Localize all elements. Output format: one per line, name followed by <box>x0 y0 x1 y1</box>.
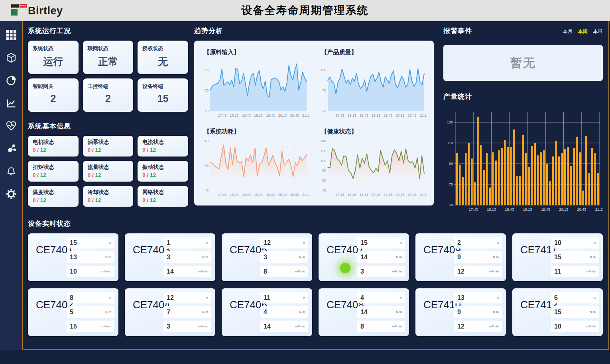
gear-icon[interactable] <box>6 188 17 200</box>
equipment-grid: CE740115A13N·m10m³/minCE74031A3N·m14m³/m… <box>28 233 603 336</box>
total-count: 12 <box>95 197 101 203</box>
metric-value: 10 <box>70 268 77 275</box>
equipment-card-ce7402[interactable]: CE74028A5N·m15m³/min <box>28 288 118 336</box>
equipment-card-ce7404[interactable]: CE740412A7N·m3m³/min <box>125 288 215 336</box>
equipment-card-ce7411[interactable]: CE741110A15N·m11m³/min <box>512 233 603 281</box>
svg-text:140: 140 <box>203 139 209 143</box>
trend-panel: 趋势分析 【原料输入】17:4318:1318:4319:1319:4320:1… <box>194 26 434 205</box>
svg-text:110: 110 <box>447 141 453 145</box>
footer-bar <box>0 350 610 364</box>
svg-text:130: 130 <box>447 120 453 124</box>
svg-text:20:43: 20:43 <box>290 193 299 197</box>
pie-chart-icon[interactable] <box>6 75 17 86</box>
app-header: Birtley 设备全寿命周期管理系统 <box>0 0 610 21</box>
metric-value: 13 <box>70 254 77 261</box>
svg-text:19:43: 19:43 <box>266 114 275 117</box>
metric-value: 12 <box>457 268 464 275</box>
bell-icon[interactable] <box>6 166 17 177</box>
equipment-metric-row: 3N·m <box>260 251 308 263</box>
equipment-card-ce7408[interactable]: CE74084A14N·m8m³/min <box>319 288 409 336</box>
equipment-metrics: 13A9N·m12m³/min <box>454 292 502 332</box>
alarm-production-panel: 报警事件 本月本周本日 暂无 产量统计 17:4318:1318:4319:13… <box>443 26 603 213</box>
svg-text:19:43: 19:43 <box>384 114 392 117</box>
metric-value: 4 <box>360 294 364 301</box>
metric-unit: N·m <box>299 310 305 314</box>
equipment-metric-row: 5N·m <box>67 306 114 318</box>
svg-text:19:13: 19:13 <box>254 114 263 117</box>
logo-green-block <box>11 9 18 16</box>
equipment-card-ce7407[interactable]: CE740715A14N·m3m³/min <box>319 233 409 281</box>
equipment-metric-row: 11m³/min <box>551 266 599 277</box>
equipment-metrics: 12A7N·m3m³/min <box>163 292 211 332</box>
apps-grid-icon[interactable] <box>6 29 17 41</box>
total-count: 12 <box>40 197 46 203</box>
total-count: 12 <box>95 172 101 178</box>
total-count: 12 <box>150 147 156 153</box>
metric-unit: m³/min <box>295 270 305 273</box>
equipment-metric-row: 12m³/min <box>454 321 502 332</box>
info-card: 冷却状态0 / 12 <box>83 186 134 207</box>
alarm-tab-month[interactable]: 本月 <box>563 28 573 35</box>
status-card-label: 设备终端 <box>142 83 183 90</box>
svg-text:20:13: 20:13 <box>396 193 404 197</box>
equipment-card-ce7401[interactable]: CE740115A13N·m10m³/min <box>28 233 118 281</box>
trend-chart-health-status: 【健康状态】17:4318:1318:4319:1319:4320:1320:4… <box>314 123 432 202</box>
equipment-metrics: 2A9N·m12m³/min <box>454 237 502 277</box>
alarm-tab-week[interactable]: 本周 <box>578 28 588 35</box>
metric-value: 11 <box>554 268 561 275</box>
metric-value: 2 <box>457 239 461 247</box>
alarm-tab-today[interactable]: 本日 <box>593 28 603 35</box>
trend-chart-raw-material-input: 【原料输入】17:4318:1318:4319:1319:4320:1320:4… <box>197 44 314 123</box>
metric-unit: N·m <box>202 310 208 314</box>
info-card: 振动状态0 / 12 <box>138 161 188 182</box>
svg-text:20:43: 20:43 <box>577 207 586 211</box>
equipment-card-ce7405[interactable]: CE740512A3N·m8m³/min <box>222 233 312 281</box>
info-card-label: 流量状态 <box>88 164 129 171</box>
svg-text:100: 100 <box>320 159 326 163</box>
svg-text:18:43: 18:43 <box>242 193 251 197</box>
equipment-metric-row: 9N·m <box>454 251 502 263</box>
health-pulse-icon[interactable] <box>6 120 17 131</box>
metric-value: 5 <box>70 309 73 316</box>
metric-unit: A <box>497 241 499 245</box>
metric-unit: N·m <box>202 255 208 259</box>
section-title-system-status: 系统运行工况 <box>28 26 188 35</box>
equipment-metrics: 15A14N·m3m³/min <box>357 237 405 277</box>
svg-text:18:43: 18:43 <box>242 114 251 117</box>
line-chart-icon[interactable] <box>6 98 17 109</box>
metric-unit: m³/min <box>102 325 111 328</box>
info-card: 电流状态0 / 12 <box>138 136 188 157</box>
metric-value: 8 <box>70 294 73 301</box>
metric-unit: m³/min <box>295 325 305 328</box>
production-bar-chart: 17:4318:1318:4319:1319:4320:1320:4321:13… <box>443 106 603 213</box>
equipment-metric-row: 8m³/min <box>357 321 405 332</box>
svg-text:19:13: 19:13 <box>372 193 380 197</box>
equipment-card-ce7409[interactable]: CE74092A9N·m12m³/min <box>415 233 506 281</box>
fault-count: 0 / <box>142 147 150 153</box>
svg-text:18:43: 18:43 <box>505 207 514 211</box>
alarm-empty-card: 暂无 <box>443 45 603 81</box>
svg-text:21:13: 21:13 <box>302 114 309 117</box>
svg-text:40: 40 <box>205 188 209 192</box>
metric-unit: A <box>400 241 402 245</box>
svg-text:90: 90 <box>205 164 209 168</box>
sidebar-nav <box>0 21 23 350</box>
metric-value: 15 <box>70 323 77 330</box>
metric-value: 15 <box>554 254 561 261</box>
metric-unit: N·m <box>299 255 305 259</box>
metric-unit: N·m <box>590 255 596 259</box>
equipment-card-ce7412[interactable]: CE74126A15N·m10m³/min <box>512 288 603 336</box>
equipment-card-ce7406[interactable]: CE740611A4N·m14m³/min <box>222 288 312 336</box>
svg-text:70: 70 <box>449 182 453 186</box>
svg-text:17:43: 17:43 <box>469 207 478 211</box>
cube-icon[interactable] <box>6 52 17 63</box>
equipment-metric-row: 15N·m <box>551 251 599 263</box>
molecule-icon[interactable] <box>6 143 17 154</box>
svg-text:50: 50 <box>449 203 453 207</box>
status-card-value: 15 <box>142 93 183 104</box>
equipment-card-ce7403[interactable]: CE74031A3N·m14m³/min <box>125 233 215 281</box>
equipment-metric-row: 14m³/min <box>163 266 211 277</box>
status-card-value: 运行 <box>33 55 74 68</box>
equipment-card-ce7410[interactable]: CE741013A9N·m12m³/min <box>415 288 506 336</box>
trend-chart-label: 【产品质量】 <box>321 49 429 56</box>
